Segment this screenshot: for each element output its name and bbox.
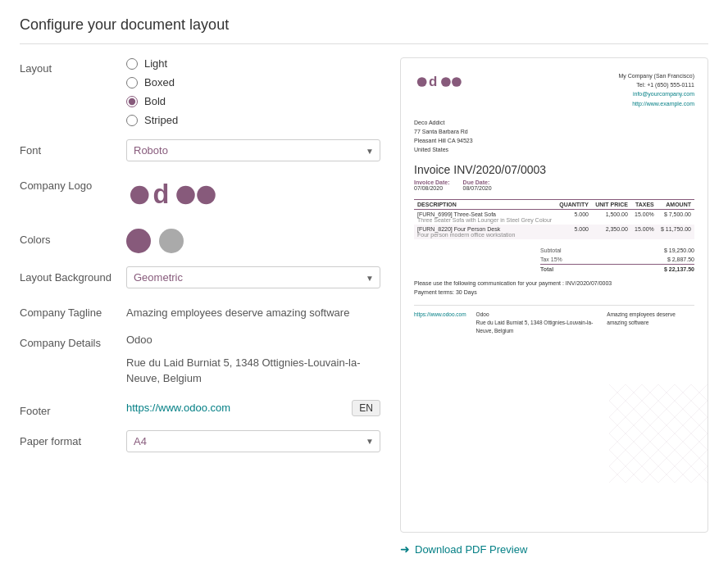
layout-label-striped: Striped — [144, 114, 178, 126]
col-description: DESCRIPTION — [414, 199, 556, 209]
footer-row: Footer https://www.odoo.com EN — [20, 400, 380, 417]
invoice-logo: d — [414, 71, 471, 108]
invoice-table-body: [FURN_6999] Three-Seat Sofa Three Seater… — [414, 209, 694, 239]
layout-label-bold: Bold — [144, 95, 166, 107]
font-content: Roboto Open Sans Lato Montserrat — [126, 139, 380, 161]
row2-amount: $ 11,750.00 — [657, 225, 694, 239]
row2-desc-main: [FURN_8220] Four Person Desk — [417, 226, 553, 232]
row1-desc: [FURN_6999] Three-Seat Sofa Three Seater… — [414, 209, 556, 225]
company-tagline-value: Amazing employees deserve amazing softwa… — [126, 302, 380, 319]
inv-footer-tagline-col: Amazing employees deserve amazing softwa… — [607, 311, 694, 336]
download-pdf-link[interactable]: ➜ Download PDF Preview — [400, 542, 708, 556]
layout-row: Layout Light Boxed Bold — [20, 57, 380, 126]
layout-radio-group: Light Boxed Bold Striped — [126, 57, 380, 126]
inv-company-email: info@yourcompany.com — [633, 91, 694, 97]
layout-background-label: Layout Background — [20, 266, 126, 284]
inv-footer-url: https://www.odoo.com — [414, 311, 466, 317]
layout-option-striped[interactable]: Striped — [126, 114, 380, 126]
company-logo-display: d — [126, 175, 380, 216]
invoice-preview: d My Company (San Francisco) Tel: +1 (65… — [400, 57, 708, 533]
company-logo-content: d — [126, 175, 380, 216]
download-arrow-icon: ➜ — [400, 542, 410, 556]
invoice-payment-terms: Payment terms: 30 Days — [414, 289, 694, 295]
subtotal-label: Subtotal — [540, 247, 562, 253]
company-details-content: Odoo Rue du Laid Burniat 5, 1348 Ottigni… — [126, 332, 380, 387]
layout-radio-striped[interactable] — [126, 115, 138, 126]
row1-desc-main: [FURN_6999] Three-Seat Sofa — [417, 211, 553, 217]
svg-text:d: d — [153, 179, 170, 209]
company-details-label: Company Details — [20, 332, 126, 349]
layout-radio-boxed[interactable] — [126, 77, 138, 89]
layout-background-row: Layout Background Geometric None Lines D… — [20, 266, 380, 288]
primary-color-swatch[interactable] — [126, 229, 151, 253]
colors-content — [126, 229, 380, 253]
subtotal-row: Subtotal $ 19,250.00 — [540, 246, 694, 255]
tax-label: Tax 15% — [540, 256, 562, 262]
invoice-bg-pattern — [609, 384, 708, 483]
company-name: Odoo — [126, 332, 380, 348]
due-date-block: Due Date: 08/07/2020 — [463, 179, 492, 191]
inv-footer-address: Rue du Laid Burniat 5, 1348 Ottignies-Lo… — [476, 319, 598, 336]
layout-label: Layout — [20, 57, 126, 75]
layout-label-light: Light — [144, 57, 167, 70]
invoice-header: d My Company (San Francisco) Tel: +1 (65… — [414, 71, 694, 108]
tax-val: $ 2,887.50 — [667, 256, 694, 262]
paper-format-content: A4 Letter — [126, 430, 380, 452]
row1-desc2: Three Seater Sofa with Lounger in Steel … — [417, 217, 553, 223]
table-row: [FURN_6999] Three-Seat Sofa Three Seater… — [414, 209, 694, 225]
company-tagline-label: Company Tagline — [20, 302, 126, 319]
footer-fields: https://www.odoo.com EN — [126, 400, 380, 416]
odoo-logo-svg: d — [126, 175, 233, 216]
total-val: $ 22,137.50 — [664, 266, 694, 272]
col-unit-price: UNIT PRICE — [592, 199, 631, 209]
download-pdf-label: Download PDF Preview — [415, 543, 527, 556]
font-row: Font Roboto Open Sans Lato Montserrat — [20, 139, 380, 161]
inv-footer-company: Odoo — [476, 311, 598, 319]
paper-format-select[interactable]: A4 Letter — [126, 430, 380, 452]
layout-option-bold[interactable]: Bold — [126, 95, 380, 107]
inv-footer-tagline: Amazing employees deserve amazing softwa… — [607, 311, 694, 328]
row1-amount: $ 7,500.00 — [657, 209, 694, 225]
layout-radio-light[interactable] — [126, 58, 138, 70]
paper-format-row: Paper format A4 Letter — [20, 430, 380, 452]
total-label: Total — [540, 266, 553, 272]
page-container: Configure your document layout Layout Li… — [0, 0, 728, 572]
row2-taxes: 15.00% — [631, 225, 657, 239]
left-panel: Layout Light Boxed Bold — [20, 57, 380, 556]
row2-qty: 5.000 — [556, 225, 592, 239]
footer-lang[interactable]: EN — [352, 400, 380, 416]
svg-point-7 — [417, 77, 427, 87]
invoice-table-head: DESCRIPTION QUANTITY UNIT PRICE TAXES AM… — [414, 199, 694, 209]
row2-desc: [FURN_8220] Four Person Desk Four person… — [414, 225, 556, 239]
layout-option-light[interactable]: Light — [126, 57, 380, 70]
layout-background-select[interactable]: Geometric None Lines Dots — [126, 266, 380, 288]
svg-rect-6 — [609, 384, 708, 483]
footer-url[interactable]: https://www.odoo.com — [126, 402, 230, 414]
colors-label: Colors — [20, 229, 126, 246]
invoice-date-label: Invoice Date: — [414, 179, 450, 185]
layout-label-boxed: Boxed — [144, 76, 175, 89]
svg-text:d: d — [429, 74, 437, 89]
font-select[interactable]: Roboto Open Sans Lato Montserrat — [126, 139, 380, 161]
col-taxes: TAXES — [631, 199, 657, 209]
footer-label: Footer — [20, 400, 126, 417]
secondary-color-swatch[interactable] — [159, 229, 184, 253]
layout-option-boxed[interactable]: Boxed — [126, 76, 380, 89]
layout-radio-bold[interactable] — [126, 96, 138, 107]
company-tagline-content: Amazing employees deserve amazing softwa… — [126, 302, 380, 319]
company-details-row: Company Details Odoo Rue du Laid Burniat… — [20, 332, 380, 387]
invoice-notice: Please use the following communication f… — [414, 280, 694, 286]
row1-qty: 5.000 — [556, 209, 592, 225]
layout-background-content: Geometric None Lines Dots — [126, 266, 380, 288]
invoice-table: DESCRIPTION QUANTITY UNIT PRICE TAXES AM… — [414, 199, 694, 239]
inv-company-web: http://www.example.com — [632, 101, 694, 107]
row2-unit-price: 2,350.00 — [592, 225, 631, 239]
inv-client-city: Pleasant Hill CA 94523 — [414, 136, 694, 145]
paper-format-label: Paper format — [20, 430, 126, 447]
right-panel: d My Company (San Francisco) Tel: +1 (65… — [400, 57, 708, 556]
svg-point-10 — [452, 77, 462, 87]
svg-point-9 — [441, 77, 451, 87]
font-label: Font — [20, 139, 126, 157]
inv-client-country: United States — [414, 145, 694, 154]
inv-company-phone: Tel: +1 (650) 555-0111 — [618, 80, 694, 89]
